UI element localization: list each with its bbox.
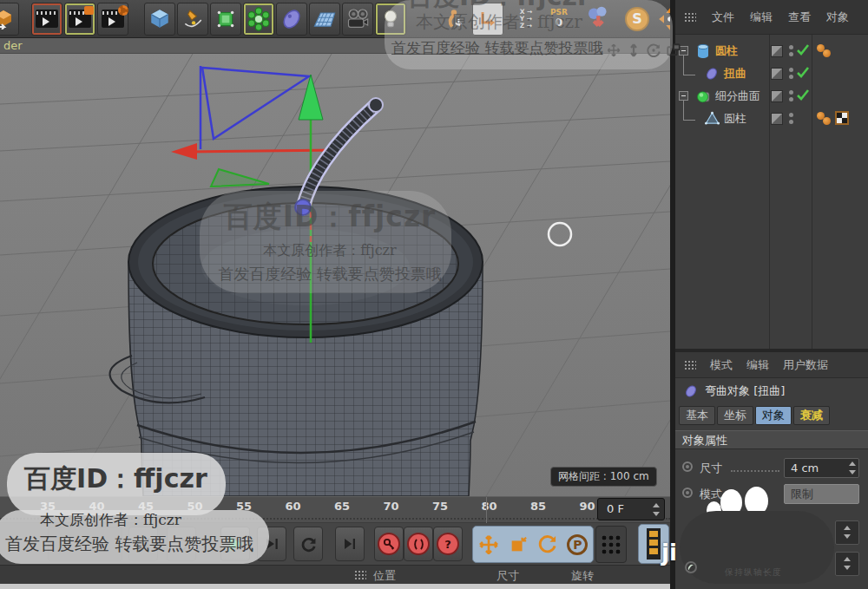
object-label[interactable]: 圆柱 [724, 111, 746, 127]
watermark-share: 首发百度经验 转载要点赞投票哦 [208, 264, 451, 285]
menu-handle-icon[interactable] [684, 12, 696, 23]
record-rotation-toggle[interactable] [537, 534, 557, 554]
tree-row-bend[interactable]: 扭曲 [675, 62, 868, 85]
add-modeling-object-button[interactable] [210, 3, 241, 36]
cylinder-icon [696, 43, 710, 59]
strength-spinner[interactable] [835, 520, 859, 545]
timeline-tick: 70 [378, 500, 404, 513]
size-value: 4 cm [791, 461, 819, 474]
visibility-dots[interactable] [789, 45, 793, 57]
clapper-icon [69, 10, 91, 28]
current-frame-field[interactable]: 0 F [597, 498, 665, 520]
layer-chip[interactable] [771, 90, 783, 102]
layer-chip[interactable] [771, 45, 783, 57]
watermark-top: 百度ID：ffjczr 本文原创作者：ffjczr 首发百度经验 转载要点赞投票… [385, 0, 673, 69]
tab-basic[interactable]: 基本 [679, 406, 715, 425]
goto-end-button[interactable] [335, 527, 365, 561]
bend-deformer-icon [684, 384, 698, 398]
layer-chip[interactable] [771, 113, 783, 125]
collapse-toggle[interactable] [679, 91, 688, 101]
watermark-dark-blob: 保持纵轴长度 [680, 511, 834, 584]
render-view-button[interactable] [31, 3, 62, 36]
enabled-check-icon[interactable] [796, 43, 810, 56]
add-deformer-button[interactable] [276, 3, 307, 36]
size-row: 尺寸 4 cm [675, 455, 868, 481]
autokey-button[interactable] [404, 527, 433, 561]
om-menu-edit[interactable]: 编辑 [750, 10, 773, 25]
om-menu-objects[interactable]: 对象 [826, 10, 849, 25]
tree-row-cylinder-polygon[interactable]: 圆柱 [675, 108, 868, 130]
animation-dot-icon[interactable] [682, 461, 693, 472]
object-label[interactable]: 圆柱 [715, 43, 738, 59]
cinema4d-window: X → Y → Z → PSR 0 S der [0, 0, 868, 589]
object-manager-menu: 文件 编辑 查看 对象 [675, 0, 868, 35]
record-options-group: P [472, 526, 594, 563]
visibility-dots[interactable] [789, 113, 793, 125]
attr-menu-userdata[interactable]: 用户数据 [783, 357, 828, 373]
object-manager-tree: 圆柱 扭曲 细分曲面 [675, 35, 868, 349]
attr-menu-mode[interactable]: 模式 [710, 357, 733, 373]
tab-falloff[interactable]: 衰减 [793, 406, 830, 425]
help-button[interactable]: ? [433, 527, 463, 561]
tag-icons[interactable] [817, 44, 832, 58]
tab-coordinates[interactable]: 坐标 [717, 406, 753, 425]
om-menu-file[interactable]: 文件 [712, 10, 734, 25]
tag-icons[interactable] [817, 112, 832, 126]
timeline-tick: 90 [575, 500, 601, 513]
timeline-tick: 85 [525, 500, 551, 513]
om-menu-view[interactable]: 查看 [788, 10, 811, 25]
enabled-check-icon[interactable] [796, 65, 810, 79]
mode-row-label: 模式 [700, 487, 722, 502]
size-combo[interactable]: 4 cm [784, 458, 859, 478]
uv-tag-icon[interactable] [835, 111, 849, 125]
render-picture-viewer-button[interactable] [64, 3, 95, 36]
visibility-dots[interactable] [789, 90, 793, 102]
add-camera-button[interactable] [342, 3, 373, 36]
render-settings-button[interactable] [97, 3, 128, 36]
attr-menu-edit[interactable]: 编辑 [746, 357, 769, 373]
attribute-object-title: 弯曲对象 [扭曲] [675, 378, 868, 404]
add-environment-button[interactable] [309, 3, 340, 36]
animation-dot-icon[interactable] [682, 488, 693, 498]
object-properties-header[interactable]: 对象属性 [675, 430, 868, 449]
object-label[interactable]: 细分曲面 [715, 88, 760, 104]
angle-spinner[interactable] [835, 552, 859, 576]
size-spinner[interactable] [848, 461, 857, 474]
visibility-dots[interactable] [789, 68, 793, 80]
viewport-header-text: der [3, 39, 23, 52]
record-point-level-toggle[interactable] [595, 526, 627, 563]
record-parameter-toggle[interactable]: P [567, 534, 588, 555]
mode-combo[interactable]: 限制 [784, 484, 859, 504]
timeline-tick: 80 [477, 500, 503, 513]
grid-handle-icon[interactable] [354, 570, 366, 580]
tree-row-cylinder[interactable]: 圆柱 [675, 40, 868, 62]
frame-spinner[interactable] [652, 503, 661, 516]
record-position-toggle[interactable] [478, 534, 499, 555]
spline-pen-button[interactable] [177, 3, 208, 36]
loop-button[interactable] [293, 527, 323, 561]
tab-object[interactable]: 对象 [755, 406, 792, 425]
position-label: 位置 [373, 568, 396, 584]
watermark-author: 本文原创作者：ffjczr [416, 10, 582, 34]
object-label[interactable]: 扭曲 [724, 66, 746, 82]
enabled-check-icon[interactable] [796, 88, 810, 101]
watermark-share: 首发百度经验 转载要点赞投票哦 [391, 38, 602, 58]
current-frame-value: 0 F [607, 502, 624, 515]
record-keyframe-button[interactable] [374, 527, 404, 561]
add-generator-button[interactable] [243, 3, 274, 36]
menu-handle-icon[interactable] [684, 360, 696, 370]
x-axis-arrow[interactable] [189, 150, 339, 152]
undo-cube-icon[interactable] [0, 3, 19, 36]
bend-deformer-icon [705, 67, 719, 81]
tree-row-sds[interactable]: 细分曲面 [675, 85, 868, 108]
keep-length-label: 保持纵轴长度 [725, 566, 782, 579]
layer-chip[interactable] [771, 68, 783, 80]
attribute-manager: 模式 编辑 用户数据 弯曲对象 [扭曲] 基本 坐标 对象 衰减 对象属性 尺寸 [675, 349, 868, 589]
grid-spacing-label: 网格间距 : 100 cm [550, 467, 657, 487]
timeline-tick: 75 [427, 500, 453, 513]
add-cube-primitive-button[interactable] [144, 3, 175, 36]
watermark-author: 本文原创作者：ffjczr [208, 242, 451, 260]
record-scale-toggle[interactable] [509, 535, 528, 554]
size-label: 尺寸 [496, 568, 519, 584]
clapper-icon [102, 10, 124, 28]
